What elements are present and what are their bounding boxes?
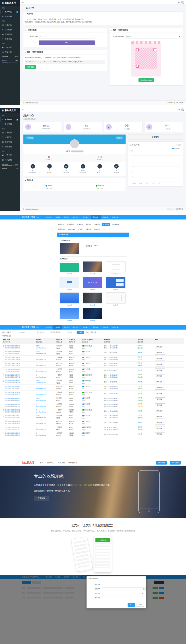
row-checkbox[interactable] [3,380,4,382]
system-order-no[interactable]: 2021102523381120836 [5,368,20,370]
row-checkbox[interactable] [3,386,4,388]
site-domain[interactable]: chyzf.zzgis.top [36,376,55,378]
merchant-id[interactable]: 1 [36,409,55,411]
row-checkbox[interactable] [3,410,4,411]
settings-tab[interactable]: LOGO设置 [67,228,77,231]
site-domain[interactable]: chyzf.zzgis.top [36,394,55,395]
payee-name-input[interactable] [39,35,95,38]
settings-tab[interactable]: 网站信息 [57,223,65,226]
merchant-id[interactable]: 1 [36,374,55,376]
template-item[interactable]: index7 [106,292,126,306]
caret-icon[interactable]: ▾ [100,122,101,124]
row-checkbox[interactable] [3,351,4,352]
search-button[interactable]: 搜索 [77,331,84,334]
sidebar-item[interactable]: ▦ 资金明细 [0,140,20,144]
settings-tab[interactable]: 修改密码 [93,228,101,231]
pay-type-select[interactable]: 所有支付方式▾ [50,331,66,334]
settings-tab[interactable]: 支付与结算 [66,223,75,226]
pay-link-url[interactable]: http://chyzf.zzgis.top/paypage/?merchant… [25,60,105,64]
sidebar-item[interactable]: ▤ 订单记录 [0,130,20,135]
settings-tab[interactable]: 邮箱与短信 [57,228,67,231]
api-info-button[interactable]: API信息 [26,136,34,140]
merchant-id[interactable]: 1 [36,432,55,434]
template-item[interactable]: default [60,261,79,275]
merchant-id[interactable]: 1000 [36,345,55,347]
system-order-no[interactable]: 2021102522413805166 [5,392,20,393]
system-order-no[interactable]: 2021102523462238100 [5,357,20,358]
landing-menu-item[interactable]: 收银台下载 [68,462,77,464]
system-order-no[interactable]: 2021102316051172489 [5,426,20,428]
admin-nav-item[interactable]: 系统设置▾ [91,215,101,220]
site-domain[interactable]: chyzf.zzgis.top [36,417,55,418]
start-experience-button[interactable]: 开启体验 [34,496,49,501]
row-checkbox[interactable] [3,363,4,364]
search-field-select[interactable]: 订单号▾ [6,331,17,334]
sidebar-item[interactable]: ⌂ 用户中心 H [0,117,20,122]
admin-nav-item[interactable]: 基础设置▾ [101,215,111,220]
site-domain[interactable]: chyzf.zzgis.top [36,370,55,372]
template-item[interactable]: index2 [60,277,79,290]
avatar[interactable] [181,1,184,4]
order-actions-button[interactable]: 操作订单 ▾ [155,374,165,378]
merchant-id[interactable]: 1000 [36,415,55,416]
admin-nav-item[interactable]: 支付接口▾ [81,325,91,330]
admin-nav-item[interactable]: 商户管理▾ [71,325,81,330]
sidebar-item[interactable]: ✦ 个人资料 › [0,122,20,126]
template-item[interactable]: index1 [83,261,102,275]
order-actions-button[interactable]: 操作订单 ▾ [155,357,165,360]
confirm-button[interactable]: 确定 [128,603,135,607]
admin-nav-item[interactable]: 商户管理▾ [71,215,81,220]
settings-tab[interactable]: 快捷登录 [85,223,93,226]
admin-nav-item[interactable]: 结算管理 [62,325,71,330]
row-checkbox[interactable] [3,432,4,434]
site-domain[interactable]: chyzf.zzgis.top [36,382,55,384]
menu-icon[interactable]: ≡ [22,109,23,111]
pay-plugin-input[interactable] [102,587,142,590]
sidebar-item[interactable]: ✦ 个人资料 › [0,14,20,19]
order-actions-button[interactable]: 操作订单 ▾ [155,392,165,396]
system-order-no[interactable]: 2021102613521866980 [5,351,20,352]
admin-brand[interactable]: 彩虹易支付管理中心 [22,216,39,218]
channel-status-select[interactable]: ▾ [102,596,144,599]
sidebar-item[interactable]: ¥ 余额充值 [0,37,20,41]
user-menu[interactable]: 1 ▾ [178,1,180,3]
cancel-button[interactable]: 取消 [136,603,144,607]
user-menu[interactable]: 1 ▾ [178,109,180,111]
admin-nav-item[interactable]: 系统设置▾ [91,325,101,330]
notice-bar[interactable]: 公告通知 [128,134,183,140]
order-actions-button[interactable]: 操作订单 ▾ [155,345,165,349]
chart-toggle[interactable] [176,144,181,146]
landing-menu-item[interactable]: 首页 [40,462,43,464]
search-icon-button[interactable] [142,587,146,590]
merchant-id[interactable]: 1000 [36,351,55,352]
close-icon[interactable]: × [143,578,145,580]
admin-nav-item[interactable]: 订单统计 [53,325,62,330]
site-domain[interactable]: chyzf.zzgis.top [36,428,55,430]
merchant-id[interactable]: 1 [36,368,55,370]
system-order-no[interactable]: 2021102315223064731 [5,432,20,434]
admin-nav-item[interactable]: 退出登录 [111,215,120,220]
merchant-id[interactable]: 1 [36,392,55,393]
save-qr-button[interactable]: 点击保存收款码 [138,78,154,82]
caret-icon[interactable]: ▾ [141,122,141,124]
merchant-id[interactable]: 1 [36,386,55,388]
sidebar-item[interactable]: ▥ 开发文档 [0,50,20,54]
site-domain[interactable]: chyzf.zzgis.top [36,411,55,413]
row-checkbox[interactable] [3,404,4,405]
system-order-no[interactable]: 2021102522581434903 [5,386,20,388]
merchant-id[interactable]: 1000 [36,398,55,399]
merchant-id[interactable]: 1 [36,363,55,364]
settings-tab[interactable]: 企业收款 [76,223,84,226]
settings-tab[interactable]: 公告与横幅 [111,223,120,226]
template-item[interactable]: 共建 共享 开放 index3 [83,277,102,290]
order-actions-button[interactable]: 操作订单 ▾ [155,351,165,355]
menu-icon[interactable]: ≡ [22,1,23,3]
sidebar-item[interactable]: ✎ 结算记录 [0,27,20,32]
site-domain[interactable]: chyzf.zzgis.top [36,388,55,390]
sidebar-item[interactable]: ▣ 一码支付 [0,153,20,158]
admin-nav-item[interactable]: 订单统计 [53,215,62,220]
caret-icon[interactable]: ▾ [60,122,61,124]
row-checkbox[interactable] [3,427,4,428]
refresh-button[interactable]: ↻ [85,331,89,334]
sidebar-item[interactable]: ¥ 余额充值 [0,144,20,149]
